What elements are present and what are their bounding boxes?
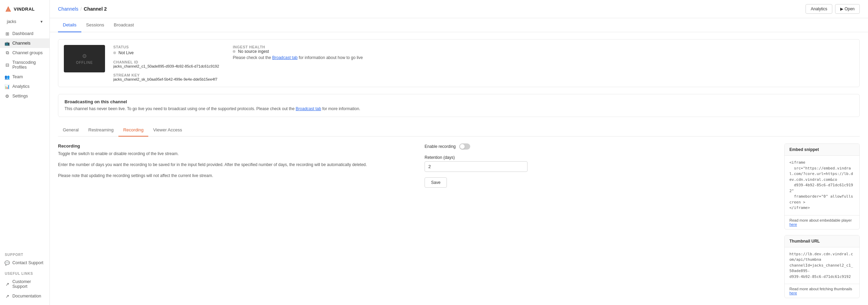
embed-snippet-title: Embed snippet: [785, 144, 859, 156]
toggle-knob: [460, 144, 465, 149]
enable-recording-label: Enable recording: [425, 144, 456, 149]
users-icon: 👥: [5, 74, 10, 79]
logo-text: VINDRAL: [14, 7, 35, 12]
sidebar-item-settings[interactable]: ⚙ Settings: [0, 91, 49, 101]
sidebar-item-team-label: Team: [12, 74, 23, 79]
status-group: STATUS Not Live CHANNEL ID jacks_channel…: [113, 45, 219, 81]
broadcast-tab-link[interactable]: Broadcast tab: [272, 55, 298, 60]
sidebar: VINDRAL jacks ▾ ⊞ Dashboard 📺 Channels ⧉…: [0, 0, 50, 305]
save-button[interactable]: Save: [425, 177, 447, 188]
workspace-selector[interactable]: jacks ▾: [5, 18, 45, 25]
workspace-selector-container: jacks ▾: [0, 16, 49, 29]
info-text-suffix: for more information.: [321, 106, 360, 111]
main-tabs: Details Sessions Broadcast: [50, 18, 868, 32]
info-text-prefix: This channel has never been live. To go …: [65, 106, 296, 111]
ingest-health-desc: Please check out the Broadcast tab for i…: [233, 55, 854, 60]
embed-footer-link[interactable]: here: [789, 222, 797, 226]
ingest-desc-prefix: Please check out the: [233, 55, 272, 60]
sidebar-nav: ⊞ Dashboard 📺 Channels ⧉ Channel groups …: [0, 29, 49, 249]
analytics-button[interactable]: Analytics: [806, 4, 832, 14]
doc-link-icon: ↗: [5, 294, 10, 298]
sidebar-item-analytics[interactable]: 📊 Analytics: [0, 82, 49, 91]
sidebar-item-channels[interactable]: 📺 Channels: [0, 38, 49, 48]
stream-key-label: STREAM KEY: [113, 73, 219, 77]
status-text: Not Live: [118, 50, 134, 55]
breadcrumb-separator: /: [80, 6, 82, 12]
tab-broadcast[interactable]: Broadcast: [109, 18, 139, 32]
header-actions: Analytics ▶ Open: [806, 4, 860, 14]
enable-recording-row: Enable recording: [425, 143, 776, 150]
thumbnail-url-value: https://lb.dev.cdn.vindral.com/api/thumb…: [789, 251, 855, 280]
embed-code: <iframe src="https://embed.vindral.com/?…: [789, 160, 855, 211]
channel-id-label: CHANNEL ID: [113, 60, 219, 64]
sub-tabs: General Restreaming Recording Viewer Acc…: [58, 124, 860, 137]
chat-icon: 💬: [5, 260, 10, 265]
channel-offline-label: OFFLINE: [76, 61, 93, 64]
enable-recording-toggle[interactable]: [459, 143, 470, 150]
sidebar-item-channel-groups-label: Channel groups: [12, 50, 43, 55]
breadcrumb-parent[interactable]: Channels: [58, 6, 78, 12]
sub-tab-viewer-access[interactable]: Viewer Access: [148, 124, 187, 137]
sidebar-item-team[interactable]: 👥 Team: [0, 72, 49, 82]
recording-desc2: Enter the number of days you want the re…: [58, 162, 409, 168]
channel-details: STATUS Not Live CHANNEL ID jacks_channel…: [113, 45, 854, 81]
sidebar-item-channel-groups[interactable]: ⧉ Channel groups: [0, 48, 49, 58]
recording-desc1: Toggle the switch to enable or disable r…: [58, 151, 409, 157]
support-section-label: SUPPORT: [0, 249, 49, 258]
retention-label: Retention (days): [425, 155, 776, 160]
recording-desc3: Please note that updating the recording …: [58, 173, 409, 179]
useful-links-section-label: USEFUL LINKS: [0, 268, 49, 277]
grid-icon: ⊞: [5, 31, 10, 36]
status-value: Not Live: [113, 50, 219, 55]
channel-info-panel: ⚙ OFFLINE STATUS Not Live CHANNEL ID jac…: [58, 39, 860, 87]
thumbnail-url-panel: Thumbnail URL https://lb.dev.cdn.vindral…: [784, 235, 860, 298]
tab-details[interactable]: Details: [58, 18, 81, 32]
ingest-health-dot: [233, 50, 235, 53]
ingest-health-value: No source ingest: [233, 49, 854, 54]
sidebar-item-transcoding-profiles-label: Transcoding Profiles: [12, 60, 45, 70]
sidebar-item-customer-support[interactable]: ↗ Customer Support: [0, 277, 49, 291]
sidebar-item-customer-support-label: Customer Support: [12, 279, 45, 289]
external-link-icon: ↗: [5, 282, 10, 286]
embed-snippet-footer: Read more about embeddable player here: [785, 215, 859, 229]
sub-tab-restreaming[interactable]: Restreaming: [83, 124, 118, 137]
retention-input-group: Retention (days): [425, 155, 776, 172]
logo: VINDRAL: [0, 4, 49, 16]
ingest-desc-suffix: for information about how to go live: [298, 55, 363, 60]
info-box: Broadcasting on this channel This channe…: [58, 94, 860, 117]
ingest-health-group: INGEST HEALTH No source ingest Please ch…: [233, 45, 854, 81]
page-header: Channels / Channel 2 Analytics ▶ Open: [50, 0, 868, 18]
sidebar-item-contact-support-label: Contact Support: [12, 260, 43, 265]
info-box-title: Broadcasting on this channel: [65, 99, 853, 104]
breadcrumb: Channels / Channel 2: [58, 6, 107, 12]
sub-tab-general[interactable]: General: [58, 124, 83, 137]
sidebar-item-dashboard[interactable]: ⊞ Dashboard: [0, 29, 49, 38]
recording-title: Recording: [58, 143, 409, 149]
sidebar-item-contact-support[interactable]: 💬 Contact Support: [0, 258, 49, 268]
embed-footer-text: Read more about embeddable player: [789, 218, 852, 222]
layers-icon: ⧉: [5, 50, 10, 55]
thumbnail-url-title: Thumbnail URL: [785, 235, 859, 247]
sliders-icon: ⊟: [5, 62, 10, 67]
recording-section: Recording Toggle the switch to enable or…: [58, 143, 860, 304]
thumbnail-footer-link[interactable]: here: [789, 291, 797, 295]
open-button[interactable]: ▶ Open: [835, 4, 860, 14]
workspace-name: jacks: [7, 19, 16, 24]
sub-tab-recording[interactable]: Recording: [118, 124, 148, 137]
chevron-down-icon: ▾: [40, 19, 43, 24]
info-broadcast-link[interactable]: Broadcast tab: [296, 106, 321, 111]
sidebar-item-analytics-label: Analytics: [12, 84, 30, 89]
main-content: Channels / Channel 2 Analytics ▶ Open De…: [50, 0, 868, 305]
recording-controls: Enable recording Retention (days) Save: [418, 143, 776, 304]
sidebar-item-transcoding-profiles[interactable]: ⊟ Transcoding Profiles: [0, 58, 49, 72]
retention-input[interactable]: [425, 161, 528, 172]
sidebar-item-documentation[interactable]: ↗ Documentation: [0, 291, 49, 301]
ingest-health-label: INGEST HEALTH: [233, 45, 854, 49]
tab-sessions[interactable]: Sessions: [81, 18, 109, 32]
thumbnail-url-footer: Read more about fetching thumbnails here: [785, 284, 859, 298]
ingest-health-text: No source ingest: [238, 49, 269, 54]
sidebar-item-documentation-label: Documentation: [12, 294, 41, 298]
status-dot: [113, 51, 116, 54]
thumbnail-url-body: https://lb.dev.cdn.vindral.com/api/thumb…: [785, 247, 859, 284]
embed-snippet-panel: Embed snippet <iframe src="https://embed…: [784, 143, 860, 230]
